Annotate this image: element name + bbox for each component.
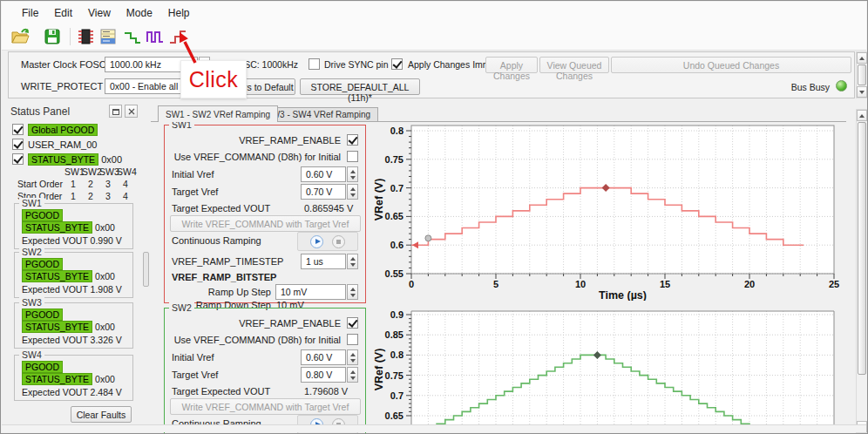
scroll-down-icon[interactable] (857, 86, 867, 98)
sw1-ramp-up-input[interactable]: 10 mV (275, 284, 358, 300)
svg-text:0.75: 0.75 (385, 154, 403, 165)
sw4-pgood-chip: PGOOD (22, 361, 63, 373)
svg-text:0.8: 0.8 (390, 349, 403, 360)
svg-text:0.85: 0.85 (385, 329, 403, 340)
sw1-target-vref-input[interactable]: 0.70 V (301, 184, 358, 200)
svg-text:0.7: 0.7 (390, 390, 403, 401)
sw1-ramp-enable-checkbox[interactable] (347, 134, 358, 146)
sw1-ramping-controls (297, 232, 358, 251)
sw2-write-vref-button[interactable]: Write VREF_COMMAND with Target Vref (170, 398, 361, 415)
clear-faults-button[interactable]: Clear Faults (71, 406, 132, 423)
menu-file[interactable]: File (14, 3, 46, 23)
sw4-status-byte-chip: STATUS_BYTE (22, 373, 92, 385)
sw4-expected-vout: 2.484 V (91, 387, 122, 397)
svg-text:Time (µs): Time (µs) (599, 289, 647, 301)
sw2-pgood-chip: PGOOD (22, 258, 63, 270)
svg-text:0: 0 (409, 279, 414, 289)
menu-mode[interactable]: Mode (119, 3, 160, 23)
sw1-play-button[interactable] (310, 235, 323, 248)
sw2-status-byte-chip: STATUS_BYTE (22, 270, 92, 282)
svg-text:10: 10 (575, 279, 586, 289)
store-default-all-button[interactable]: STORE_DEFAULT_ALL (11h)* (300, 78, 420, 95)
sw4-status-group: SW4 PGOOD STATUS_BYTE 0x00 Expected VOUT… (14, 355, 133, 401)
ramp-down-waveform-icon[interactable] (122, 26, 143, 47)
device-chip-icon[interactable] (75, 26, 96, 47)
start-order-row: Start Order 1 2 3 4 (12, 179, 134, 189)
sw2-ramp-group: SW2 VREF_RAMP_ENABLE Use VREF_COMMAND (D… (164, 308, 366, 434)
square-waveform-icon[interactable] (145, 26, 166, 47)
window-status-bar (2, 424, 866, 432)
sw3-expected-vout: 3.326 V (91, 335, 122, 345)
bus-busy-label: Bus Busy (791, 82, 830, 92)
panel-splitter[interactable] (143, 252, 149, 287)
status-byte-checkbox[interactable] (12, 153, 24, 165)
scroll-up-icon[interactable] (857, 52, 867, 64)
apply-immediately-checkbox[interactable] (391, 58, 403, 70)
sw1-bitstep-label: VREF_RAMP_BITSTEP (172, 272, 276, 282)
svg-text:15: 15 (660, 279, 670, 289)
sw1-status-group: SW1 PGOOD STATUS_BYTE 0x00 Expected VOUT… (14, 203, 133, 249)
sw1-status-byte-chip: STATUS_BYTE (22, 221, 92, 234)
open-file-icon[interactable] (10, 26, 31, 47)
main-scrollbar[interactable] (856, 109, 868, 433)
master-clock-label: Master Clock FOSC (21, 59, 106, 70)
svg-text:VRef (V): VRef (V) (373, 349, 385, 391)
svg-text:VRef (V): VRef (V) (373, 179, 385, 221)
sw2-vref-chart: 0.650.70.750.80.850.9VRef (V) (373, 306, 845, 428)
drive-sync-label: Drive SYNC pin (324, 59, 389, 70)
sw1-timestep-input[interactable]: 1 us (301, 254, 358, 269)
register-values-icon[interactable] (98, 26, 119, 47)
menu-edit[interactable]: Edit (46, 3, 80, 23)
application-window: File Edit View Mode Help (0, 0, 868, 434)
save-icon[interactable] (42, 26, 63, 47)
svg-text:20: 20 (744, 279, 755, 289)
sw2-ramp-enable-checkbox[interactable] (347, 317, 358, 329)
bus-busy-led (836, 80, 847, 92)
sw1-stop-button[interactable] (332, 235, 345, 248)
status-byte-value: 0x00 (101, 154, 122, 165)
sw1-initial-vref-input[interactable]: 0.60 V (301, 166, 358, 182)
toolbar (2, 24, 866, 51)
sw1-use-vref-label: Use VREF_COMMAND (D8h) for Initial (174, 152, 341, 162)
svg-text:0.65: 0.65 (385, 410, 403, 421)
sw2-target-expected-value: 1.79608 V (304, 386, 348, 397)
scroll-up-icon[interactable] (857, 110, 867, 121)
tab-sw1-sw2-ramping[interactable]: SW1 - SW2 VRef Ramping (158, 105, 278, 122)
user-ram-checkbox[interactable] (12, 139, 24, 150)
sw2-ramp-enable-label: VREF_RAMP_ENABLE (239, 318, 341, 329)
close-panel-icon[interactable] (125, 105, 138, 118)
svg-text:0.65: 0.65 (385, 211, 403, 221)
status-panel-header: Status Panel (5, 104, 140, 119)
svg-text:0.6: 0.6 (390, 240, 403, 250)
sw1-expected-vout: 0.990 V (91, 235, 122, 246)
sw3-status-byte-chip: STATUS_BYTE (22, 321, 92, 333)
menu-help[interactable]: Help (160, 3, 198, 23)
svg-text:25: 25 (829, 279, 839, 289)
sw1-vref-chart: 0.550.60.650.70.750.80510152025Time (µs)… (373, 119, 845, 301)
sw2-expected-vout: 1.908 V (91, 284, 122, 295)
toolbar-separator (70, 28, 71, 45)
sw2-use-vref-checkbox[interactable] (347, 334, 358, 345)
config-panel: Master Clock FOSC 1000.00 kHz OSC: 1000k… (8, 51, 855, 98)
view-queued-changes-button[interactable]: View Queued Changes (539, 57, 609, 73)
sw1-write-vref-button[interactable]: Write VREF_COMMAND with Target Vref (170, 215, 361, 232)
svg-text:0.9: 0.9 (390, 309, 403, 320)
drive-sync-checkbox[interactable] (309, 58, 320, 70)
svg-text:0.55: 0.55 (385, 268, 403, 279)
apply-changes-button[interactable]: Apply Changes (485, 57, 538, 73)
sw2-initial-vref-input[interactable]: 0.60 V (301, 349, 358, 365)
menu-view[interactable]: View (80, 3, 119, 23)
sw3-pgood-chip: PGOOD (22, 309, 63, 321)
user-ram-label: USER_RAM_00 (28, 139, 97, 150)
order-table-header: SW1 SW2 SW3 SW4 (12, 166, 134, 177)
sw1-pgood-chip: PGOOD (22, 209, 63, 221)
sw2-target-vref-input[interactable]: 0.80 V (301, 367, 358, 383)
undo-queued-changes-button[interactable]: Undo Queued Changes (611, 57, 851, 73)
status-panel-title: Status Panel (5, 105, 109, 118)
sw1-use-vref-checkbox[interactable] (347, 151, 358, 162)
sw3-status-group: SW3 PGOOD STATUS_BYTE 0x00 Expected VOUT… (14, 302, 133, 349)
global-pgood-checkbox[interactable] (12, 124, 24, 135)
svg-text:5: 5 (493, 279, 498, 289)
float-panel-icon[interactable] (109, 105, 122, 118)
config-scrollbar[interactable] (856, 51, 868, 98)
